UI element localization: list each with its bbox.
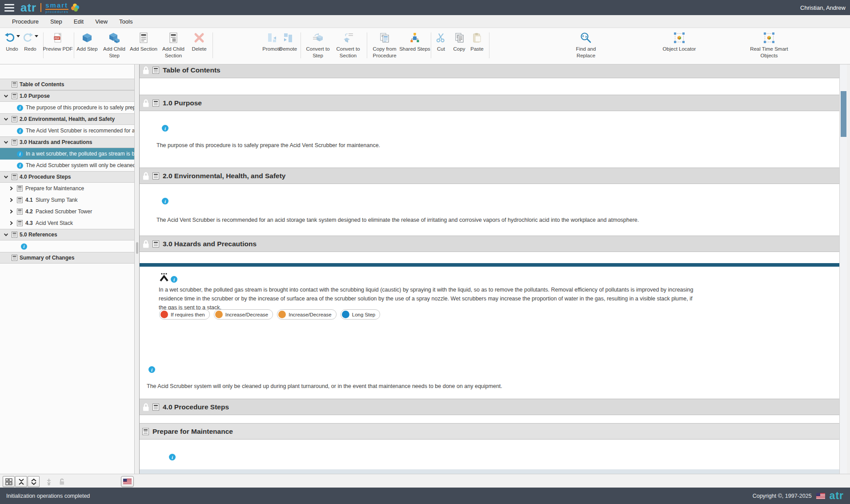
info-icon[interactable]: i — [148, 366, 155, 373]
chevron-right-icon[interactable] — [9, 221, 14, 226]
tree-item-hazards-info-selected[interactable]: i In a wet scrubber, the polluted gas st… — [0, 148, 134, 160]
expand-all-button[interactable] — [28, 476, 40, 487]
scrollbar-thumb[interactable] — [841, 91, 846, 137]
info-icon[interactable]: i — [162, 198, 168, 204]
step-tags: If requires then Increase/Decrease Incre… — [159, 309, 380, 320]
tree-item-summary-of-changes[interactable]: Summary of Changes — [0, 252, 134, 264]
tree-item-slurry-sump-tank[interactable]: 4.1 Slurry Sump Tank — [0, 194, 134, 206]
ehs-step-text[interactable]: The Acid Vent Scrubber is recommended fo… — [156, 216, 717, 224]
hazard-step-icon[interactable] — [159, 272, 169, 284]
chevron-down-icon[interactable] — [4, 94, 8, 99]
tree-item-ehs-info[interactable]: i The Acid Vent Scrubber is recommended … — [0, 125, 134, 136]
tag-long-step[interactable]: Long Step — [341, 309, 380, 320]
chevron-right-icon[interactable] — [9, 209, 14, 214]
add-section-button[interactable]: Add Section — [128, 31, 160, 52]
hamburger-menu-icon[interactable] — [4, 2, 14, 13]
find-and-replace-button[interactable]: Find and Replace — [570, 31, 602, 59]
tree-item-prepare-for-maintenance[interactable]: Prepare for Maintenance — [0, 183, 134, 194]
menu-procedure[interactable]: Procedure — [6, 18, 44, 25]
tree-item-references[interactable]: 5.0 References — [0, 229, 134, 240]
chevron-down-icon[interactable] — [4, 175, 8, 180]
section-header-purpose[interactable]: 1.0 Purpose — [140, 95, 839, 111]
undo-button[interactable]: Undo — [2, 31, 22, 52]
convert-to-section-button[interactable]: Convert to Section — [333, 31, 363, 59]
tree-item-acid-vent-stack[interactable]: 4.3 Acid Vent Stack — [0, 217, 134, 229]
hazard-step2-text[interactable]: The Acid Scrubber system will only be cl… — [147, 382, 725, 391]
info-icon[interactable]: i — [171, 276, 177, 283]
tag-increase-decrease[interactable]: Increase/Decrease — [277, 309, 337, 320]
copy-from-procedure-button[interactable]: Copy from Procedure — [368, 31, 401, 59]
menu-tools[interactable]: Tools — [113, 18, 138, 25]
section-header-procedure-steps[interactable]: 4.0 Procedure Steps — [140, 399, 839, 415]
info-icon: i — [17, 151, 23, 157]
info-icon[interactable]: i — [162, 125, 168, 132]
document-icon — [12, 174, 17, 180]
tree-item-purpose[interactable]: 1.0 Purpose — [0, 90, 134, 102]
shared-steps-button[interactable]: Shared Steps — [398, 31, 431, 52]
preview-pdf-button[interactable]: PDF Preview PDF — [40, 31, 75, 52]
procedure-editor: Table of Contents 1.0 Purpose i The purp… — [139, 64, 839, 474]
prune-button[interactable] — [43, 476, 55, 487]
splitter-grip[interactable] — [136, 242, 138, 254]
section-header-ehs[interactable]: 2.0 Environmental, Health, and Safety — [140, 168, 839, 184]
chevron-right-icon[interactable] — [9, 186, 14, 191]
menu-edit[interactable]: Edit — [68, 18, 89, 25]
lock-icon — [142, 172, 149, 180]
tree-item-packed-scrubber-tower[interactable]: 4.2 Packed Scrubber Tower — [0, 206, 134, 217]
convert-to-step-button[interactable]: Convert to Step — [303, 31, 333, 59]
delete-x-icon — [194, 31, 204, 44]
language-flag-button[interactable] — [121, 476, 134, 487]
tag-label: Increase/Decrease — [225, 312, 269, 317]
tree-item-procedure-steps[interactable]: 4.0 Procedure Steps — [0, 171, 134, 183]
tree-item-ehs[interactable]: 2.0 Environmental, Health, and Safety — [0, 113, 134, 125]
us-flag-icon[interactable] — [816, 493, 825, 499]
toolbar-separator — [212, 32, 213, 58]
menu-step[interactable]: Step — [44, 18, 68, 25]
cut-button[interactable]: Cut — [433, 31, 449, 52]
section-header-table-of-contents[interactable]: Table of Contents — [140, 64, 839, 78]
info-icon[interactable]: i — [169, 454, 176, 460]
collapse-all-button[interactable] — [15, 476, 27, 487]
section-header-hazards[interactable]: 3.0 Hazards and Precautions — [140, 236, 839, 252]
multi-select-button[interactable] — [3, 476, 15, 487]
paste-button[interactable]: Paste — [468, 31, 486, 52]
chevron-down-icon[interactable] — [4, 117, 8, 122]
main-scrollbar[interactable] — [839, 64, 847, 474]
section-header-prepare-for-maintenance[interactable]: Prepare for Maintenance — [140, 423, 839, 440]
panel-splitter[interactable] — [135, 64, 139, 474]
redo-button[interactable]: Redo — [20, 31, 40, 52]
tag-color-dot — [278, 311, 286, 318]
demote-button[interactable]: Demote — [278, 31, 298, 52]
add-child-step-button[interactable]: Add Child Step — [100, 31, 128, 59]
tag-if-requires-then[interactable]: If requires then — [159, 309, 210, 320]
chevron-down-icon[interactable] — [4, 140, 8, 145]
delete-button[interactable]: Delete — [188, 31, 210, 52]
add-child-section-button[interactable]: Add Child Section — [160, 31, 187, 59]
shared-steps-icon — [409, 31, 420, 44]
add-step-button[interactable]: Add Step — [75, 31, 100, 52]
tree-item-references-info[interactable]: i — [0, 240, 134, 252]
lock-tree-button[interactable] — [56, 476, 68, 487]
redo-icon — [23, 31, 38, 44]
redo-dropdown-caret[interactable] — [35, 35, 38, 37]
tree-item-hazards-info2[interactable]: i The Acid Scrubber system will only be … — [0, 160, 134, 171]
selected-step-indicator-bar — [140, 263, 839, 267]
menu-view[interactable]: View — [89, 18, 113, 25]
document-icon — [152, 172, 159, 180]
tree-item-table-of-contents[interactable]: Table of Contents — [0, 79, 134, 90]
hazard-step-text[interactable]: In a wet scrubber, the polluted gas stre… — [159, 285, 701, 312]
chevron-right-icon[interactable] — [9, 198, 14, 203]
user-name[interactable]: Christian, Andrew — [800, 4, 846, 11]
menu-bar: Procedure Step Edit View Tools — [0, 15, 850, 28]
undo-dropdown-caret[interactable] — [16, 35, 20, 37]
copy-button[interactable]: Copy — [450, 31, 468, 52]
tree-item-purpose-info[interactable]: i The purpose of this procedure is to sa… — [0, 102, 134, 113]
document-icon — [12, 232, 17, 238]
document-icon — [152, 67, 159, 74]
tree-item-hazards[interactable]: 3.0 Hazards and Precautions — [0, 136, 134, 148]
object-locator-button[interactable]: Object Locator — [659, 31, 699, 52]
real-time-smart-objects-button[interactable]: Real Time Smart Objects — [749, 31, 790, 59]
tag-increase-decrease[interactable]: Increase/Decrease — [214, 309, 273, 320]
purpose-step-text[interactable]: The purpose of this procedure is to safe… — [156, 141, 708, 150]
chevron-down-icon[interactable] — [4, 232, 8, 237]
